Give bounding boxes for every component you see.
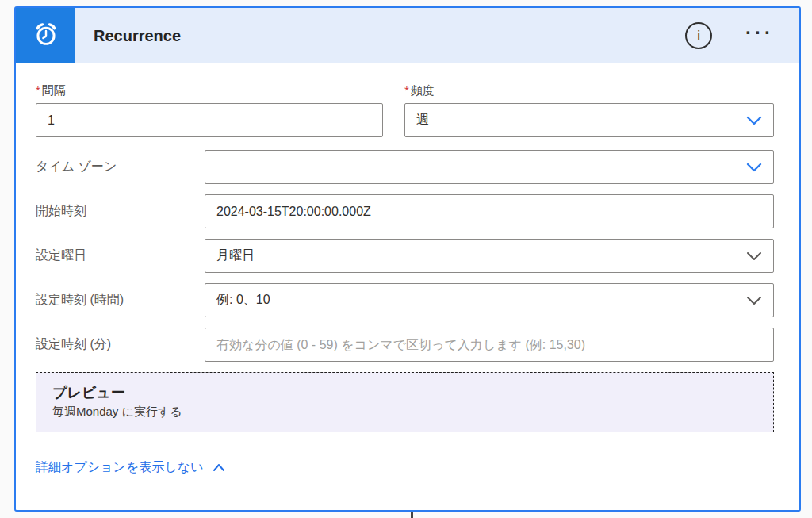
minutes-input[interactable] xyxy=(216,328,762,361)
timezone-label: タイム ゾーン xyxy=(36,159,205,175)
weekday-dropdown[interactable]: 月曜日 xyxy=(205,239,774,273)
interval-input[interactable] xyxy=(48,104,371,136)
preview-box: プレビュー 毎週Monday に実行する xyxy=(36,372,774,432)
ellipsis-glyph: ··· xyxy=(745,21,774,43)
row-timezone: タイム ゾーン xyxy=(36,150,774,184)
chevron-down-icon xyxy=(746,251,762,262)
card-body: *間隔 *頻度 週 タイム ゾーン xyxy=(16,63,799,476)
header-actions: i ··· xyxy=(685,8,774,63)
ellipsis-menu-icon[interactable]: ··· xyxy=(745,23,774,48)
recurrence-trigger-card: Recurrence i ··· *間隔 *頻度 xyxy=(14,6,801,512)
hours-value: 例: 0、10 xyxy=(216,292,740,309)
chevron-down-icon xyxy=(746,295,762,306)
chevron-down-icon xyxy=(746,162,762,173)
required-asterisk: * xyxy=(404,83,409,97)
minutes-field[interactable] xyxy=(205,328,774,362)
hide-advanced-options-label: 詳細オプションを表示しない xyxy=(36,459,203,476)
interval-label: *間隔 xyxy=(36,83,383,98)
info-icon[interactable]: i xyxy=(685,22,712,49)
alarm-clock-icon xyxy=(32,20,60,52)
recurrence-icon-tile xyxy=(16,8,75,63)
row-starttime: 開始時刻 xyxy=(36,194,774,228)
starttime-input[interactable] xyxy=(216,195,762,228)
row-weekday: 設定曜日 月曜日 xyxy=(36,239,774,273)
starttime-label: 開始時刻 xyxy=(36,203,205,220)
card-title: Recurrence xyxy=(94,27,685,45)
preview-text: 毎週Monday に実行する xyxy=(52,405,757,420)
flow-connector-stub xyxy=(411,512,413,518)
hours-dropdown[interactable]: 例: 0、10 xyxy=(205,283,774,317)
minutes-label: 設定時刻 (分) xyxy=(36,336,205,353)
interval-field[interactable] xyxy=(36,103,383,137)
starttime-field[interactable] xyxy=(205,194,774,228)
frequency-group: *頻度 週 xyxy=(404,83,774,137)
interval-group: *間隔 xyxy=(36,83,383,137)
row-minutes: 設定時刻 (分) xyxy=(36,328,774,362)
row-interval-frequency: *間隔 *頻度 週 xyxy=(36,83,774,137)
timezone-dropdown[interactable] xyxy=(205,150,774,184)
info-glyph: i xyxy=(697,28,700,44)
hide-advanced-options-link[interactable]: 詳細オプションを表示しない xyxy=(36,459,225,476)
row-hours: 設定時刻 (時間) 例: 0、10 xyxy=(36,283,774,317)
card-header[interactable]: Recurrence i ··· xyxy=(16,8,799,63)
chevron-up-icon xyxy=(213,463,225,472)
frequency-value: 週 xyxy=(416,112,740,129)
weekday-value: 月曜日 xyxy=(216,247,740,264)
weekday-label: 設定曜日 xyxy=(36,247,205,264)
frequency-label: *頻度 xyxy=(404,83,774,98)
hours-label: 設定時刻 (時間) xyxy=(36,292,205,309)
required-asterisk: * xyxy=(36,83,40,97)
chevron-down-icon xyxy=(746,115,762,126)
preview-title: プレビュー xyxy=(52,383,757,402)
frequency-dropdown[interactable]: 週 xyxy=(404,103,774,137)
